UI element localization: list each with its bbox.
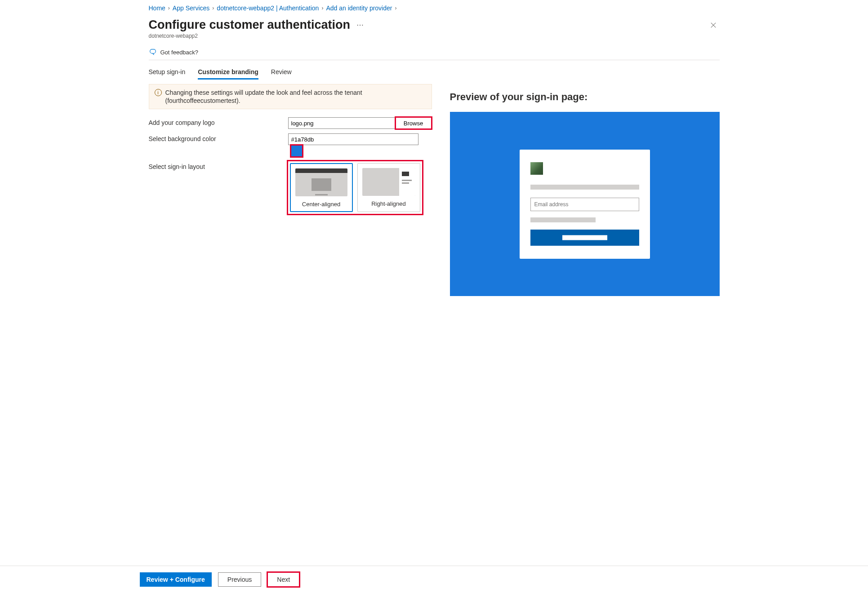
- browse-button[interactable]: Browse: [396, 117, 432, 129]
- logo-file-input[interactable]: [288, 117, 396, 129]
- preview-heading: Preview of your sign-in page:: [450, 91, 720, 103]
- breadcrumb-app-auth[interactable]: dotnetcore-webapp2 | Authentication: [217, 4, 319, 12]
- layout-option-center[interactable]: Center-aligned: [290, 163, 353, 212]
- tab-review[interactable]: Review: [271, 68, 292, 80]
- label-background-color: Select background color: [149, 133, 288, 142]
- layout-caption: Right-aligned: [362, 200, 415, 207]
- feedback-link[interactable]: Got feedback?: [149, 48, 720, 56]
- preview-email-input[interactable]: [530, 198, 639, 211]
- label-company-logo: Add your company logo: [149, 117, 288, 126]
- breadcrumb-app-services[interactable]: App Services: [173, 4, 209, 12]
- chevron-right-icon: ›: [321, 5, 323, 11]
- page-subtitle: dotnetcore-webapp2: [149, 33, 720, 39]
- divider: [149, 60, 720, 60]
- skeleton-line: [530, 217, 596, 222]
- layout-option-right[interactable]: Right-aligned: [357, 163, 420, 212]
- chevron-right-icon: ›: [212, 5, 214, 11]
- preview-canvas: [450, 112, 720, 296]
- info-icon: i: [155, 89, 162, 96]
- chevron-right-icon: ›: [395, 5, 396, 11]
- more-actions-icon[interactable]: ⋯: [356, 21, 364, 29]
- color-swatch[interactable]: [291, 145, 303, 157]
- tabs: Setup sign-in Customize branding Review: [149, 68, 720, 80]
- tab-customize-branding[interactable]: Customize branding: [198, 68, 258, 80]
- info-text: Changing these settings will update the …: [165, 89, 426, 105]
- layout-thumb-center: [295, 168, 347, 196]
- label-signin-layout: Select sign-in layout: [149, 161, 288, 170]
- preview-signin-button[interactable]: [530, 230, 639, 246]
- info-banner: i Changing these settings will update th…: [149, 84, 432, 109]
- layout-thumb-right: [362, 168, 415, 196]
- breadcrumb-add-idp[interactable]: Add an identity provider: [326, 4, 392, 12]
- feedback-icon: [149, 48, 157, 56]
- tab-setup-signin[interactable]: Setup sign-in: [149, 68, 186, 80]
- breadcrumb-home[interactable]: Home: [149, 4, 165, 12]
- feedback-label: Got feedback?: [160, 49, 199, 56]
- signin-card: [520, 150, 650, 259]
- chevron-right-icon: ›: [168, 5, 170, 11]
- layout-option-group: Center-aligned Right-aligned: [288, 161, 422, 214]
- bgcolor-input[interactable]: [288, 133, 418, 145]
- page-title: Configure customer authentication: [149, 18, 351, 32]
- preview-logo: [530, 162, 543, 175]
- breadcrumb: Home › App Services › dotnetcore-webapp2…: [149, 3, 720, 12]
- close-icon: [710, 22, 717, 28]
- close-button[interactable]: [707, 19, 720, 31]
- layout-caption: Center-aligned: [295, 201, 347, 208]
- skeleton-line: [530, 185, 639, 190]
